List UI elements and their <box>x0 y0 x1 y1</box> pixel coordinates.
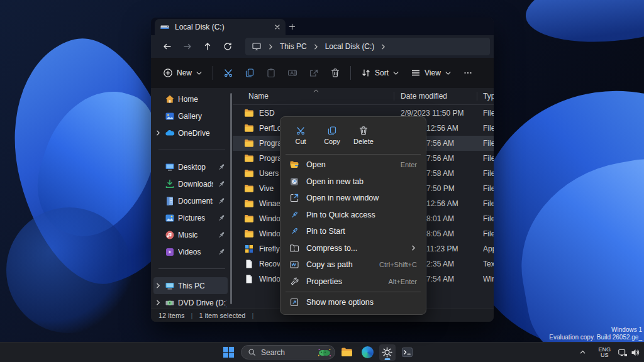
copy-button[interactable] <box>239 63 260 83</box>
ellipsis-icon <box>463 68 473 78</box>
file-date-modified: 12:56 AM <box>426 199 458 208</box>
context-item-pin-to-quick-access[interactable]: Pin to Quick access <box>284 207 423 224</box>
file-type: File <box>483 214 494 223</box>
volume-tray-button[interactable] <box>629 348 641 358</box>
context-item-label: Copy as path <box>306 260 353 269</box>
column-header-name[interactable]: Name <box>248 92 269 101</box>
arrow-right-icon <box>182 41 192 52</box>
folder-open-icon <box>289 160 299 170</box>
sidebar-item-music[interactable]: Music <box>153 226 228 243</box>
address-bar[interactable]: This PC Local Disk (C:) <box>245 38 490 55</box>
chevron-right-icon <box>155 214 162 221</box>
language-indicator[interactable]: ENG US <box>598 347 611 358</box>
windows-logo-icon <box>223 346 235 359</box>
sidebar-item-desktop[interactable]: Desktop <box>153 158 228 175</box>
file-date-modified: 12:56 AM <box>426 124 458 133</box>
search-input[interactable]: Search <box>241 345 335 359</box>
home-icon <box>165 94 175 104</box>
sidebar-item-onedrive[interactable]: OneDrive <box>153 124 228 141</box>
breadcrumb-local-disk[interactable]: Local Disk (C:) <box>325 42 375 51</box>
sidebar-item-gallery[interactable]: Gallery <box>153 107 228 124</box>
file-type: File <box>483 169 494 178</box>
context-quick-copy[interactable]: Copy <box>316 121 348 150</box>
sidebar-item-this-pc[interactable]: This PC <box>153 277 228 294</box>
file-app-icon <box>244 244 254 254</box>
cut-button[interactable] <box>218 63 239 83</box>
sidebar-item-videos[interactable]: Videos <box>153 243 228 260</box>
watermark-line1: Windows 1 <box>549 326 642 334</box>
new-button[interactable]: New <box>157 63 208 83</box>
sidebar-item-downloads[interactable]: Downloads <box>153 175 228 192</box>
file-type: Win <box>483 275 494 283</box>
forward-button[interactable] <box>177 38 197 55</box>
chevron-up-icon <box>579 349 586 356</box>
search-highlight-mask-icon <box>318 348 331 358</box>
sidebar-item-label: Documents <box>178 197 213 206</box>
tab-close-icon[interactable] <box>274 24 280 30</box>
context-item-label: Properties <box>306 277 342 286</box>
back-button[interactable] <box>157 38 177 55</box>
sidebar-item-home[interactable]: Home <box>153 90 228 107</box>
chevron-right-icon <box>155 129 162 136</box>
context-item-open-in-new-window[interactable]: Open in new window <box>284 190 423 207</box>
onedrive-icon <box>165 128 175 138</box>
context-item-copy-as-path[interactable]: Copy as pathCtrl+Shift+C <box>284 256 423 273</box>
column-divider[interactable] <box>394 92 394 101</box>
sidebar-separator <box>158 150 225 150</box>
terminal-icon <box>401 346 414 359</box>
start-button[interactable] <box>221 344 237 361</box>
sidebar-scrollbar[interactable] <box>230 93 232 304</box>
view-lines-icon <box>411 68 421 78</box>
context-item-properties[interactable]: PropertiesAlt+Enter <box>284 273 423 290</box>
context-item-shortcut: Enter <box>401 161 417 168</box>
file-name: Progra <box>259 139 282 148</box>
network-tray-button[interactable] <box>616 348 629 358</box>
file-name: Windo <box>259 229 280 238</box>
context-item-pin-to-start[interactable]: Pin to Start <box>284 223 423 240</box>
breadcrumb-this-pc[interactable]: This PC <box>280 42 307 51</box>
refresh-button[interactable] <box>218 38 238 55</box>
context-item-open-in-new-tab[interactable]: Open in new tab <box>284 173 423 190</box>
chevron-down-icon <box>445 70 452 77</box>
sidebar-item-label: DVD Drive (D:) C <box>178 299 226 307</box>
file-explorer-taskbar-icon[interactable] <box>339 344 355 361</box>
paste-button[interactable] <box>260 63 282 83</box>
new-tab-button[interactable] <box>286 21 298 32</box>
rename-button[interactable] <box>282 63 303 83</box>
titlebar[interactable]: Local Disk (C:) <box>151 18 494 35</box>
context-item-label: Compress to... <box>306 244 357 253</box>
column-header-type[interactable]: Typ <box>483 92 494 101</box>
scissors-icon <box>223 68 233 78</box>
share-button[interactable] <box>303 63 325 83</box>
submenu-chevron-icon <box>410 244 417 251</box>
settings-taskbar-icon[interactable] <box>379 344 396 361</box>
column-divider[interactable] <box>477 92 477 101</box>
documents-icon <box>165 196 175 206</box>
context-quick-delete[interactable]: Delete <box>348 121 379 150</box>
context-quick-cut[interactable]: Cut <box>285 121 316 150</box>
file-folder-icon <box>244 168 254 178</box>
context-item-compress-to[interactable]: Compress to... <box>284 240 423 257</box>
tray-overflow-button[interactable] <box>575 349 589 356</box>
terminal-taskbar-icon[interactable] <box>399 344 416 361</box>
view-button[interactable]: View <box>405 63 457 83</box>
file-name: Progra <box>259 154 282 163</box>
delete-button[interactable] <box>325 63 346 83</box>
context-item-open[interactable]: OpenEnter <box>284 156 423 173</box>
drive-icon <box>160 22 170 32</box>
more-options-button[interactable] <box>457 63 479 83</box>
sidebar-item-pictures[interactable]: Pictures <box>153 209 228 226</box>
column-header-date-modified[interactable]: Date modified <box>401 92 447 101</box>
bloom-glow <box>6 207 132 333</box>
context-menu-footer: Show more options <box>284 294 423 311</box>
gallery-icon <box>165 111 175 121</box>
explorer-tab[interactable]: Local Disk (C:) <box>155 19 286 35</box>
search-placeholder: Search <box>261 348 313 357</box>
clipboard-icon <box>266 68 276 78</box>
new-window-icon <box>289 193 299 203</box>
context-item-show-more-options[interactable]: Show more options <box>284 294 423 311</box>
sidebar-item-documents[interactable]: Documents <box>153 192 228 209</box>
sort-button[interactable]: Sort <box>355 63 405 83</box>
edge-taskbar-icon[interactable] <box>359 344 375 361</box>
up-button[interactable] <box>197 38 218 55</box>
